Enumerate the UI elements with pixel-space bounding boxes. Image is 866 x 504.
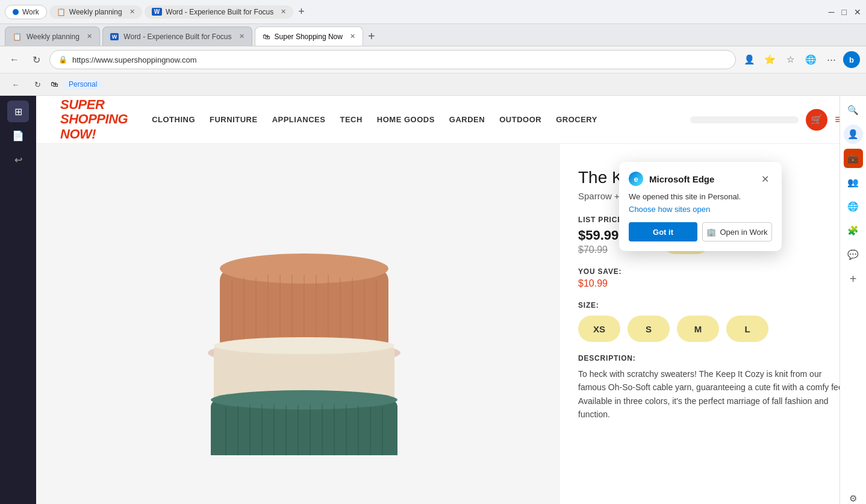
site-nav-right: 🛒 ≡	[690, 109, 842, 131]
tab-weekly-favicon: 📋	[13, 33, 22, 41]
weekly-label: Weekly planning	[69, 8, 122, 16]
sweater-image	[196, 214, 400, 443]
url-text: https://www.supershoppingnow.com	[72, 55, 197, 64]
work-label: Work	[22, 8, 39, 16]
profile-favicon: 🛍	[51, 80, 58, 89]
close-btn[interactable]: ✕	[854, 7, 861, 17]
size-section: SIZE: XS S M L	[578, 301, 848, 342]
nav-grocery[interactable]: GROCERY	[556, 115, 597, 124]
favorites-btn[interactable]: ☆	[782, 51, 799, 68]
right-panel-person-icon[interactable]: 👥	[844, 173, 863, 192]
size-s[interactable]: S	[628, 316, 670, 342]
new-window-btn[interactable]: +	[298, 5, 305, 18]
edge-popup: e Microsoft Edge ✕ We opened this site i…	[619, 162, 782, 251]
more-btn[interactable]: ⋯	[823, 51, 840, 68]
size-label: SIZE:	[578, 301, 848, 310]
profile-btn[interactable]: 👤	[741, 51, 758, 68]
right-panel-add-icon[interactable]: +	[844, 269, 863, 288]
site-nav: SUPER SHOPPING NOW! CLOTHING FURNITURE A…	[36, 96, 866, 144]
nav-outdoor[interactable]: OUTDOOR	[499, 115, 541, 124]
size-l[interactable]: L	[726, 316, 768, 342]
sidebar-file-icon[interactable]: 📄	[7, 125, 29, 146]
refresh-btn[interactable]: ↻	[28, 51, 45, 68]
edge-right-panel: 🔍 👤 💼 👥 🌐 🧩 💬 + ⚙	[840, 96, 866, 504]
minimize-btn[interactable]: ─	[829, 7, 835, 17]
sidebar-undo-icon[interactable]: ↩	[7, 149, 29, 170]
main-layout: ⊞ 📄 ↩ SUPER SHOPPING NOW! CLOTHING FURNI…	[0, 96, 866, 504]
profile-badge[interactable]: Personal	[63, 79, 103, 90]
tab-weekly-close[interactable]: ✕	[87, 33, 92, 40]
browser-chrome: ← ↻ 🔒 https://www.supershoppingnow.com 👤…	[0, 46, 866, 73]
site-nav-links: CLOTHING FURNITURE APPLIANCES TECH HOME …	[152, 115, 597, 124]
taskbar-word-pill[interactable]: W Word - Experience Built for Focus ✕	[145, 5, 294, 19]
right-panel-edge-icon[interactable]: 🌐	[844, 197, 863, 216]
site-search[interactable]	[690, 116, 799, 123]
nav-appliances[interactable]: APPLIANCES	[272, 115, 326, 124]
edge-popup-buttons: Got it 🏢 Open in Work	[629, 222, 772, 241]
open-in-work-button[interactable]: 🏢 Open in Work	[702, 222, 772, 241]
right-panel-extensions-icon[interactable]: 🧩	[844, 221, 863, 240]
right-panel-settings-icon[interactable]: ⚙	[844, 489, 863, 504]
maximize-btn[interactable]: □	[842, 7, 847, 17]
new-tab-btn[interactable]: +	[366, 27, 378, 46]
nav-garden[interactable]: GARDEN	[449, 115, 485, 124]
tab-word-favicon: W	[110, 33, 119, 40]
tab-word[interactable]: W Word - Experience Built for Focus ✕	[102, 26, 252, 46]
tab-weekly-planning[interactable]: 📋 Weekly planning ✕	[5, 26, 100, 46]
address-bar[interactable]: 🔒 https://www.supershoppingnow.com	[49, 50, 736, 69]
got-it-button[interactable]: Got it	[629, 222, 697, 241]
edge-popup-link[interactable]: Choose how sites open	[629, 205, 772, 214]
edge-popup-body: We opened this site in Personal.	[629, 192, 772, 201]
tab-shopping[interactable]: 🛍 Super Shopping Now ✕	[255, 26, 363, 46]
size-xs[interactable]: XS	[578, 316, 620, 342]
price-original: $70.99	[578, 244, 626, 255]
weekly-close[interactable]: ✕	[129, 8, 135, 16]
price-current: $59.99	[578, 228, 626, 243]
nav-tech[interactable]: TECH	[340, 115, 362, 124]
edge-popup-title: Microsoft Edge	[649, 174, 714, 184]
svg-point-17	[214, 337, 394, 354]
lock-icon: 🔒	[58, 55, 67, 64]
tab-shopping-favicon: 🛍	[263, 33, 270, 41]
copilot-btn[interactable]: 🌐	[802, 51, 819, 68]
window-controls: ─ □ ✕	[829, 7, 861, 17]
tab-weekly-label: Weekly planning	[26, 33, 79, 41]
cart-button[interactable]: 🛒	[806, 109, 827, 131]
os-taskbar: Work 📋 Weekly planning ✕ W Word - Experi…	[0, 0, 866, 24]
right-panel-work-icon[interactable]: 💼	[844, 149, 863, 168]
right-panel-profile-icon[interactable]: 👤	[844, 125, 863, 144]
profile-back-btn[interactable]: ←	[7, 76, 24, 93]
nav-furniture[interactable]: FURNITURE	[210, 115, 258, 124]
weekly-icon: 📋	[57, 8, 66, 16]
size-buttons: XS S M L	[578, 316, 848, 342]
collections-btn[interactable]: ⭐	[761, 51, 778, 68]
website-frame: SUPER SHOPPING NOW! CLOTHING FURNITURE A…	[36, 96, 866, 504]
description-text: To heck with scratchy sweaters! The Keep…	[578, 367, 848, 422]
nav-home-goods[interactable]: HOME GOODS	[377, 115, 435, 124]
taskbar-work-pill[interactable]: Work	[5, 5, 47, 19]
price-label: LIST PRICE:	[578, 216, 626, 224]
product-image-section	[36, 144, 560, 504]
taskbar-weekly-pill[interactable]: 📋 Weekly planning ✕	[49, 5, 142, 19]
right-panel-search-icon[interactable]: 🔍	[844, 101, 863, 120]
nav-clothing[interactable]: CLOTHING	[152, 115, 195, 124]
left-sidebar: ⊞ 📄 ↩	[0, 96, 36, 504]
tab-shopping-close[interactable]: ✕	[350, 33, 355, 40]
size-m[interactable]: M	[677, 316, 719, 342]
savings-amount: $10.99	[578, 278, 848, 289]
word-close[interactable]: ✕	[281, 8, 286, 16]
tab-shopping-label: Super Shopping Now	[275, 33, 343, 41]
browser-actions: 👤 ⭐ ☆ 🌐 ⋯ b	[741, 51, 860, 68]
back-btn[interactable]: ←	[6, 51, 23, 68]
edge-popup-close-btn[interactable]: ✕	[758, 172, 772, 186]
description-section: DESCRIPTION: To heck with scratchy sweat…	[578, 354, 848, 422]
description-label: DESCRIPTION:	[578, 354, 848, 362]
work-dot	[13, 9, 19, 15]
tab-word-close[interactable]: ✕	[239, 33, 245, 40]
sidebar-grid-icon[interactable]: ⊞	[7, 101, 29, 122]
bing-chat-btn[interactable]: b	[843, 51, 860, 68]
work-icon: 🏢	[706, 228, 716, 237]
right-panel-chat-icon[interactable]: 💬	[844, 245, 863, 264]
profile-refresh-btn[interactable]: ↻	[29, 76, 46, 93]
edge-logo-icon: e	[629, 172, 643, 186]
